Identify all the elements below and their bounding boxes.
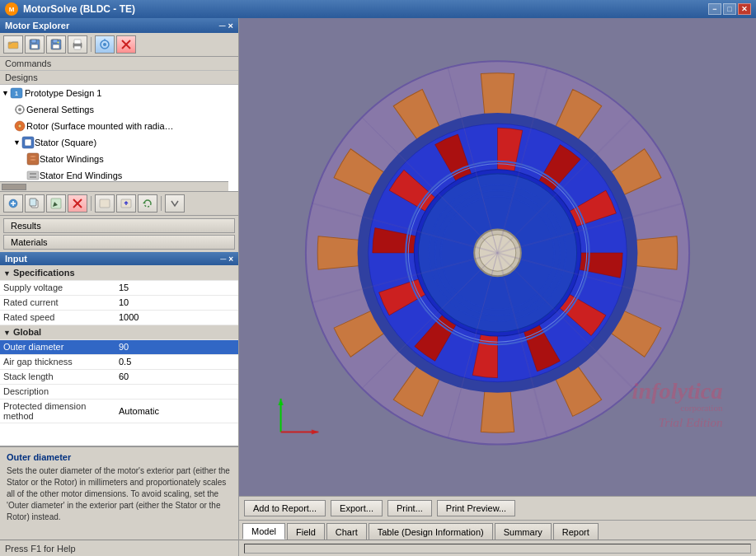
settings-button[interactable] [95, 35, 115, 54]
export-toolbar-button[interactable] [116, 194, 136, 213]
svg-rect-32 [30, 199, 36, 206]
motor-explorer-title: Motor Explorer [5, 21, 69, 30]
properties-container[interactable]: ▼Specifications Supply voltage 15 Rated … [0, 265, 238, 446]
svg-marker-38 [143, 202, 146, 203]
close-toolbar-button[interactable] [116, 35, 136, 54]
tab-report[interactable]: Report [553, 523, 599, 540]
open-button[interactable] [3, 35, 23, 54]
prop-rated-current[interactable]: Rated current 10 [0, 295, 238, 310]
prop-air-gap[interactable]: Air gap thickness 0.5 [0, 354, 238, 369]
panel-header-icons: ─ × [219, 21, 233, 30]
prop-protected-dim[interactable]: Protected dimension method Automatic [0, 399, 238, 423]
svg-rect-3 [31, 44, 38, 49]
edit-item-button[interactable] [46, 194, 66, 213]
motor-diagram: infolytica corporation Trial Edition [239, 18, 756, 496]
pin-icon[interactable]: ─ × [219, 21, 233, 30]
description-title: Outer diameter [7, 452, 232, 462]
svg-rect-0 [8, 42, 18, 49]
edition-watermark: Trial Edition [659, 415, 723, 429]
svg-rect-6 [53, 44, 59, 49]
input-pin[interactable]: ─ × [220, 255, 233, 264]
print-toolbar-button[interactable] [68, 35, 87, 54]
svg-point-19 [18, 108, 21, 111]
input-label: Input [5, 254, 27, 264]
tree-item-general[interactable]: General Settings [0, 101, 238, 118]
tree-item-rotor[interactable]: Rotor (Surface mounted with radial magn.… [0, 118, 238, 134]
view-tabs: Model Field Chart Table (Design Informat… [239, 520, 756, 540]
sort-button[interactable] [165, 194, 185, 213]
print-button[interactable]: Print... [387, 500, 432, 516]
results-button[interactable]: Results [3, 218, 235, 233]
tree-item-windings[interactable]: Stator Windings [0, 151, 238, 167]
tree-scroll[interactable]: ▼ 1 Prototype Design 1 General Settings … [0, 85, 238, 191]
prop-rated-speed[interactable]: Rated speed 1000 [0, 310, 238, 325]
specifications-header: ▼Specifications [0, 265, 238, 280]
section-buttons: Results Materials [0, 216, 238, 252]
save-button[interactable] [25, 35, 45, 54]
main-layout: Motor Explorer ─ × + [0, 18, 756, 556]
refresh-button[interactable] [138, 194, 157, 213]
svg-text:1: 1 [15, 91, 18, 96]
left-panel: Motor Explorer ─ × + [0, 18, 239, 556]
svg-rect-25 [27, 171, 39, 180]
svg-text:+: + [57, 40, 59, 44]
tree-item-stator[interactable]: ▼ Stator (Square) [0, 134, 238, 151]
app-title: MotorSolve (BLDC - TE) [23, 3, 708, 15]
commands-section: Commands [0, 57, 238, 71]
prop-supply-voltage[interactable]: Supply voltage 15 [0, 280, 238, 295]
window-controls: − □ ✕ [708, 3, 751, 15]
right-status-area [244, 544, 751, 554]
properties-table: ▼Specifications Supply voltage 15 Rated … [0, 265, 238, 423]
add-to-report-button[interactable]: Add to Report... [244, 500, 326, 516]
toolbar-sep-2 [91, 196, 92, 211]
toolbar-sep-3 [161, 196, 162, 211]
materials-button[interactable]: Materials [3, 235, 235, 250]
print-preview-button[interactable]: Print Preview... [437, 500, 515, 516]
global-header: ▼Global [0, 325, 238, 339]
tab-summary[interactable]: Summary [495, 523, 552, 540]
tab-table[interactable]: Table (Design Information) [369, 523, 493, 540]
tree-windings-label: Stator Windings [40, 154, 104, 164]
prop-description[interactable]: Description [0, 384, 238, 399]
svg-rect-10 [74, 46, 81, 49]
collapse-stator[interactable]: ▼ [13, 138, 21, 147]
export-button[interactable]: Export... [331, 500, 383, 516]
tab-chart[interactable]: Chart [326, 523, 367, 540]
tree-stator-label: Stator (Square) [35, 138, 96, 147]
tree-item-prototype[interactable]: ▼ 1 Prototype Design 1 [0, 85, 238, 101]
svg-rect-23 [25, 139, 31, 146]
tab-field[interactable]: Field [287, 523, 325, 540]
svg-rect-9 [74, 40, 81, 44]
collapse-prototype[interactable]: ▼ [2, 89, 9, 97]
brand-watermark: infolytica [632, 378, 723, 404]
designs-label: Designs [5, 72, 38, 82]
tree-hscroll[interactable] [0, 181, 228, 191]
saveas-button[interactable]: + [46, 35, 66, 54]
right-panel: infolytica corporation Trial Edition Add… [239, 18, 756, 556]
tab-model[interactable]: Model [242, 523, 285, 540]
prop-stack-length[interactable]: Stack length 60 [0, 369, 238, 384]
designs-section: Designs [0, 71, 238, 85]
svg-rect-2 [31, 40, 36, 43]
prop-outer-diameter[interactable]: Outer diameter 90 [0, 339, 238, 354]
svg-point-12 [103, 43, 106, 46]
copy-item-button[interactable] [25, 194, 45, 213]
status-bar: Press F1 for Help [0, 540, 238, 556]
tree-view: ▼ 1 Prototype Design 1 General Settings … [0, 85, 238, 192]
description-text: Sets the outer diameter of the motor's e… [7, 465, 232, 523]
import-button[interactable] [95, 194, 115, 213]
stator-icon [21, 136, 35, 149]
close-button[interactable]: ✕ [738, 3, 751, 15]
titlebar: M MotorSolve (BLDC - TE) − □ ✕ [0, 0, 756, 18]
toolbar-separator-1 [91, 37, 92, 52]
input-header: Input ─ × [0, 252, 238, 265]
minimize-button[interactable]: − [708, 3, 721, 15]
delete-item-button[interactable] [68, 194, 87, 213]
hscroll-thumb[interactable] [2, 184, 26, 190]
end-windings-icon [26, 169, 40, 182]
main-toolbar: + [0, 33, 238, 57]
svg-rect-36 [100, 199, 110, 208]
description-box: Outer diameter Sets the outer diameter o… [0, 446, 238, 540]
maximize-button[interactable]: □ [723, 3, 736, 15]
add-item-button[interactable] [3, 194, 23, 213]
